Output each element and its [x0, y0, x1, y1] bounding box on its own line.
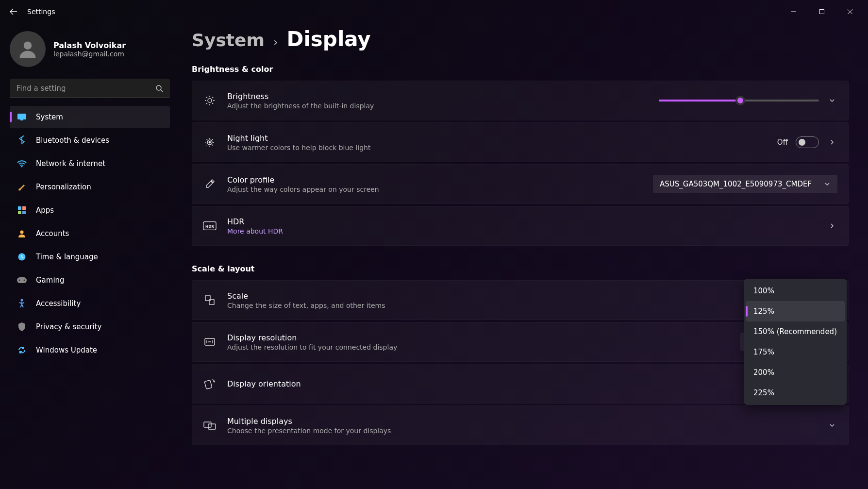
color-profile-sub: Adjust the way colors appear on your scr… — [227, 185, 653, 193]
expand-multiple-displays[interactable] — [827, 420, 837, 431]
svg-point-14 — [24, 280, 25, 281]
svg-text:HDR: HDR — [205, 224, 214, 229]
svg-rect-9 — [22, 211, 26, 214]
resolution-sub: Adjust the resolution to fit your connec… — [227, 343, 740, 351]
minimize-icon — [791, 9, 797, 15]
night-light-toggle[interactable] — [796, 136, 819, 148]
hdr-title: HDR — [227, 217, 827, 226]
nav-item-label: Network & internet — [36, 159, 105, 168]
chevron-right-icon — [829, 222, 835, 229]
nav-item-brush[interactable]: Personalization — [10, 176, 170, 198]
avatar — [10, 31, 46, 67]
expand-brightness[interactable] — [827, 95, 837, 106]
titlebar: Settings — [0, 0, 868, 23]
resolution-icon — [203, 335, 217, 349]
close-button[interactable] — [836, 2, 864, 21]
user-profile[interactable]: Palash Volvoikar lepalash@gmail.com — [10, 31, 170, 67]
back-button[interactable] — [4, 2, 23, 21]
nav-item-shield[interactable]: Privacy & security — [10, 316, 170, 338]
breadcrumb-parent[interactable]: System — [192, 30, 265, 50]
color-profile-title: Color profile — [227, 175, 653, 185]
chevron-right-icon — [829, 139, 835, 146]
svg-rect-4 — [20, 119, 23, 120]
orientation-icon — [203, 377, 217, 390]
toggle-knob — [799, 139, 805, 146]
brightness-sub: Adjust the brightness of the built-in di… — [227, 102, 659, 110]
svg-point-13 — [19, 280, 20, 281]
svg-point-16 — [208, 99, 212, 102]
sidebar: Palash Volvoikar lepalash@gmail.com Syst… — [0, 23, 180, 367]
night-light-state: Off — [777, 138, 788, 147]
eyedropper-icon — [203, 177, 217, 191]
nav-item-system[interactable]: System — [10, 106, 170, 128]
scale-option[interactable]: 225% — [746, 383, 845, 403]
brightness-slider[interactable] — [659, 100, 819, 101]
svg-point-15 — [21, 299, 23, 302]
maximize-icon — [819, 9, 825, 15]
slider-thumb[interactable] — [735, 96, 745, 105]
update-icon — [17, 345, 27, 355]
shield-icon — [17, 321, 27, 332]
svg-point-2 — [156, 85, 161, 90]
scale-dropdown[interactable]: 100%125%150% (Recommended)175%200%225% — [744, 279, 847, 405]
nav-list: SystemBluetooth & devicesNetwork & inter… — [10, 106, 170, 361]
nav-item-bluetooth[interactable]: Bluetooth & devices — [10, 129, 170, 152]
arrow-left-icon — [10, 8, 17, 16]
nav-item-clock[interactable]: Time & language — [10, 246, 170, 268]
hdr-link[interactable]: More about HDR — [227, 227, 827, 235]
nav-item-person[interactable]: Accounts — [10, 222, 170, 245]
night-light-sub: Use warmer colors to help block blue lig… — [227, 144, 777, 152]
bluetooth-icon — [17, 135, 27, 146]
svg-rect-24 — [204, 380, 212, 389]
svg-rect-25 — [204, 422, 211, 427]
scale-option[interactable]: 175% — [746, 342, 845, 362]
search-input[interactable] — [10, 79, 170, 98]
nav-item-accessibility[interactable]: Accessibility — [10, 292, 170, 315]
nav-item-label: Personalization — [36, 183, 91, 191]
svg-point-18 — [209, 141, 211, 144]
scale-option[interactable]: 200% — [746, 362, 845, 383]
nav-item-gamepad[interactable]: Gaming — [10, 269, 170, 291]
minimize-button[interactable] — [780, 2, 808, 21]
card-multiple-displays[interactable]: Multiple displays Choose the presentatio… — [192, 405, 849, 445]
svg-rect-7 — [22, 206, 26, 210]
nav-item-apps[interactable]: Apps — [10, 199, 170, 221]
chevron-down-icon — [829, 422, 835, 429]
svg-rect-12 — [17, 277, 27, 283]
card-color-profile[interactable]: Color profile Adjust the way colors appe… — [192, 164, 849, 204]
nav-item-label: Privacy & security — [36, 322, 101, 331]
nav-item-label: Accounts — [36, 229, 69, 238]
color-profile-select[interactable]: ASUS_GA503QM_1002_E5090973_CMDEF — [653, 175, 837, 193]
close-icon — [847, 9, 853, 15]
scale-option[interactable]: 100% — [746, 281, 845, 301]
window-title: Settings — [27, 8, 55, 16]
breadcrumb: System › Display — [192, 27, 849, 51]
nav-item-label: System — [36, 113, 63, 121]
nav-item-label: Bluetooth & devices — [36, 136, 109, 145]
scale-icon — [203, 293, 217, 307]
nav-item-label: Time & language — [36, 253, 98, 261]
search-icon — [155, 84, 163, 92]
night-light-title: Night light — [227, 134, 777, 143]
nav-item-wifi[interactable]: Network & internet — [10, 152, 170, 175]
resolution-title: Display resolution — [227, 333, 740, 342]
svg-rect-0 — [820, 10, 824, 14]
card-brightness[interactable]: Brightness Adjust the brightness of the … — [192, 81, 849, 120]
card-hdr[interactable]: HDR HDR More about HDR — [192, 206, 849, 246]
hdr-icon: HDR — [203, 219, 217, 233]
nav-item-label: Apps — [36, 206, 54, 215]
svg-rect-8 — [18, 211, 21, 214]
user-name: Palash Volvoikar — [53, 41, 126, 50]
scale-option[interactable]: 125% — [746, 301, 845, 321]
open-night-light[interactable] — [827, 137, 837, 148]
open-hdr[interactable] — [827, 220, 837, 231]
nav-item-label: Gaming — [36, 276, 65, 285]
svg-rect-26 — [208, 424, 216, 429]
nav-item-update[interactable]: Windows Update — [10, 339, 170, 361]
main-content: System › Display Brightness & color Brig… — [192, 27, 849, 489]
card-night-light[interactable]: Night light Use warmer colors to help bl… — [192, 122, 849, 162]
chevron-down-icon — [829, 97, 835, 104]
svg-point-1 — [24, 41, 32, 50]
maximize-button[interactable] — [808, 2, 836, 21]
scale-option[interactable]: 150% (Recommended) — [746, 321, 845, 342]
